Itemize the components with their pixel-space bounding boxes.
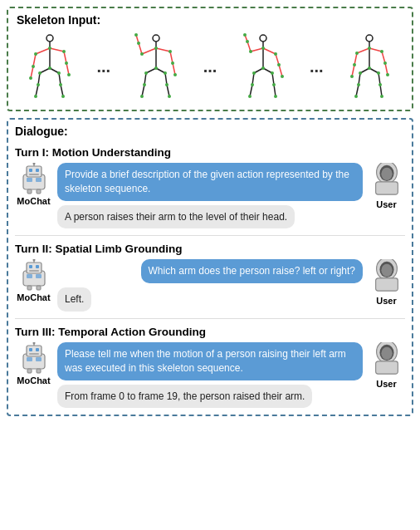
svg-line-71 bbox=[272, 73, 274, 85]
turn-1-title: Turn I: Motion Understanding bbox=[15, 146, 405, 159]
user-icon-2 bbox=[371, 259, 403, 294]
svg-rect-152 bbox=[29, 353, 39, 355]
svg-line-35 bbox=[170, 52, 173, 63]
svg-point-144 bbox=[381, 264, 392, 277]
svg-point-136 bbox=[32, 259, 35, 262]
svg-line-38 bbox=[146, 68, 156, 73]
svg-point-87 bbox=[366, 35, 373, 42]
svg-rect-126 bbox=[37, 189, 41, 194]
svg-point-103 bbox=[355, 52, 359, 55]
svg-rect-130 bbox=[375, 182, 398, 194]
svg-line-11 bbox=[38, 73, 40, 85]
svg-point-115 bbox=[380, 95, 383, 98]
svg-point-55 bbox=[165, 83, 168, 86]
skeleton-figure-3 bbox=[241, 33, 286, 100]
svg-point-110 bbox=[359, 71, 362, 75]
svg-point-49 bbox=[134, 33, 138, 37]
main-container: Skeleton Input: bbox=[0, 0, 420, 530]
turn-1-user-bubble: Provide a brief description of the given… bbox=[57, 163, 363, 201]
svg-point-78 bbox=[243, 33, 247, 37]
turn-3-robot-col: MoChat bbox=[15, 342, 52, 385]
turn-3-title: Turn III: Temporal Action Grounding bbox=[15, 326, 405, 338]
svg-point-16 bbox=[34, 52, 37, 56]
svg-rect-125 bbox=[27, 189, 32, 194]
svg-point-80 bbox=[261, 66, 265, 70]
svg-rect-122 bbox=[29, 174, 39, 175]
svg-point-109 bbox=[368, 66, 371, 70]
svg-rect-123 bbox=[27, 178, 32, 182]
svg-line-94 bbox=[385, 63, 388, 75]
dialogue-header: Dialogue: bbox=[15, 125, 405, 138]
svg-line-33 bbox=[139, 43, 142, 54]
svg-point-26 bbox=[59, 83, 62, 86]
svg-point-29 bbox=[153, 35, 159, 42]
mochat-icon-2 bbox=[18, 259, 50, 291]
svg-rect-149 bbox=[36, 348, 39, 351]
svg-line-98 bbox=[359, 73, 360, 85]
turn-1-bot-bubble: A person raises their arm to the level o… bbox=[57, 205, 295, 229]
svg-point-23 bbox=[38, 71, 42, 75]
turn-2-user-label: User bbox=[376, 296, 396, 306]
skeleton-header: Skeleton Input: bbox=[17, 13, 403, 27]
svg-point-18 bbox=[32, 65, 35, 68]
svg-rect-118 bbox=[29, 169, 32, 172]
svg-point-0 bbox=[46, 35, 53, 42]
svg-line-31 bbox=[142, 48, 156, 54]
svg-line-70 bbox=[250, 85, 252, 96]
svg-rect-139 bbox=[36, 274, 42, 278]
turn-3: Turn III: Temporal Action Grounding bbox=[15, 326, 405, 408]
skeleton-figure-4 bbox=[347, 33, 393, 100]
svg-line-4 bbox=[33, 54, 36, 66]
svg-point-102 bbox=[368, 47, 371, 50]
turn-1-content: MoChat Provide a brief description of th… bbox=[15, 163, 405, 228]
svg-point-53 bbox=[164, 71, 167, 75]
svg-line-42 bbox=[165, 73, 167, 85]
svg-rect-141 bbox=[37, 286, 41, 290]
turn-2: Turn II: Spatial Limb Grounding bbox=[15, 243, 405, 319]
svg-line-13 bbox=[59, 73, 61, 85]
svg-point-76 bbox=[246, 40, 249, 43]
skeleton-figure-2 bbox=[134, 33, 179, 100]
svg-rect-119 bbox=[36, 169, 39, 172]
turn-3-user-col: User bbox=[368, 342, 405, 389]
svg-point-121 bbox=[32, 163, 35, 165]
svg-line-61 bbox=[263, 48, 276, 54]
svg-rect-124 bbox=[36, 178, 42, 182]
svg-point-52 bbox=[144, 71, 148, 75]
svg-point-22 bbox=[48, 66, 51, 70]
turn-1-user-col: User bbox=[368, 163, 405, 209]
svg-line-100 bbox=[378, 73, 380, 85]
svg-line-99 bbox=[356, 85, 359, 96]
svg-point-56 bbox=[140, 95, 144, 98]
svg-rect-132 bbox=[27, 263, 42, 273]
turn-2-content: MoChat Which arm does the person raise? … bbox=[15, 259, 405, 312]
skeleton-section: Skeleton Input: bbox=[7, 7, 413, 111]
svg-rect-156 bbox=[37, 369, 41, 373]
svg-point-58 bbox=[260, 35, 266, 42]
svg-line-14 bbox=[61, 85, 63, 96]
svg-point-17 bbox=[62, 50, 66, 53]
svg-line-9 bbox=[40, 68, 50, 73]
svg-point-159 bbox=[381, 347, 392, 360]
svg-line-91 bbox=[354, 53, 357, 65]
mochat-icon-3 bbox=[18, 342, 50, 374]
svg-rect-145 bbox=[375, 278, 398, 291]
svg-point-108 bbox=[386, 73, 389, 76]
turn-2-bubbles: Which arm does the person raise? left or… bbox=[57, 259, 363, 312]
svg-line-92 bbox=[352, 65, 354, 76]
turn-1-robot-label: MoChat bbox=[17, 196, 50, 206]
turn-2-bot-bubble: Left. bbox=[57, 287, 91, 312]
svg-line-64 bbox=[276, 54, 279, 65]
svg-point-112 bbox=[357, 83, 360, 86]
svg-point-46 bbox=[168, 50, 172, 53]
svg-rect-155 bbox=[27, 369, 32, 373]
turn-3-content: MoChat Please tell me when the motion of… bbox=[15, 342, 405, 408]
svg-point-15 bbox=[48, 47, 51, 50]
svg-line-2 bbox=[36, 48, 50, 54]
svg-point-83 bbox=[251, 83, 254, 86]
svg-point-151 bbox=[32, 342, 35, 345]
turn-2-user-col: User bbox=[368, 259, 405, 306]
separator-3: ... bbox=[310, 57, 324, 76]
svg-point-19 bbox=[65, 61, 68, 65]
turn-3-user-label: User bbox=[376, 379, 396, 389]
